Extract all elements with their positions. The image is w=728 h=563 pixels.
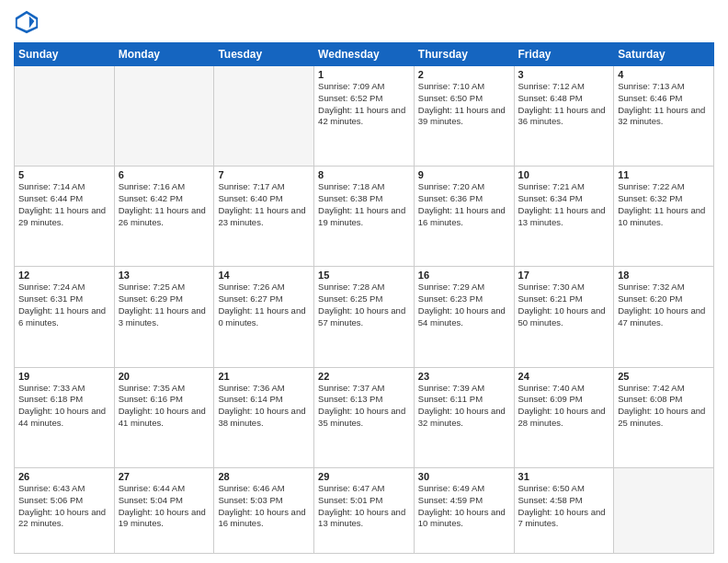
- day-info: Sunrise: 7:37 AMSunset: 6:13 PMDaylight:…: [318, 383, 410, 430]
- day-info: Sunrise: 7:40 AMSunset: 6:09 PMDaylight:…: [518, 383, 610, 430]
- day-number: 27: [119, 471, 210, 482]
- sunset-text: Sunset: 6:31 PM: [18, 293, 110, 305]
- day-cell: 21Sunrise: 7:36 AMSunset: 6:14 PMDayligh…: [214, 367, 314, 467]
- sunrise-text: Sunrise: 7:39 AM: [418, 383, 510, 395]
- daylight-text: Daylight: 11 hours and 32 minutes.: [618, 105, 710, 129]
- sunrise-text: Sunrise: 7:20 AM: [418, 181, 510, 193]
- day-cell: 20Sunrise: 7:35 AMSunset: 6:16 PMDayligh…: [114, 367, 214, 467]
- sunset-text: Sunset: 5:01 PM: [318, 495, 410, 507]
- sunset-text: Sunset: 6:36 PM: [418, 193, 510, 205]
- day-cell: 5Sunrise: 7:14 AMSunset: 6:44 PMDaylight…: [15, 167, 115, 267]
- daylight-text: Daylight: 10 hours and 10 minutes.: [418, 507, 510, 531]
- sunrise-text: Sunrise: 7:13 AM: [618, 81, 710, 93]
- day-cell: 17Sunrise: 7:30 AMSunset: 6:21 PMDayligh…: [514, 267, 614, 367]
- day-cell: 13Sunrise: 7:25 AMSunset: 6:29 PMDayligh…: [114, 267, 214, 367]
- day-info: Sunrise: 7:16 AMSunset: 6:42 PMDaylight:…: [119, 181, 210, 228]
- day-cell: 16Sunrise: 7:29 AMSunset: 6:23 PMDayligh…: [414, 267, 514, 367]
- day-number: 30: [418, 471, 510, 482]
- day-info: Sunrise: 7:17 AMSunset: 6:40 PMDaylight:…: [218, 181, 310, 228]
- day-cell: 28Sunrise: 6:46 AMSunset: 5:03 PMDayligh…: [214, 467, 314, 553]
- daylight-text: Daylight: 11 hours and 29 minutes.: [18, 205, 110, 229]
- day-cell: 30Sunrise: 6:49 AMSunset: 4:59 PMDayligh…: [414, 467, 514, 553]
- day-cell: 2Sunrise: 7:10 AMSunset: 6:50 PMDaylight…: [414, 66, 514, 167]
- daylight-text: Daylight: 10 hours and 41 minutes.: [119, 406, 210, 430]
- sunrise-text: Sunrise: 7:40 AM: [518, 383, 610, 395]
- week-row-3: 12Sunrise: 7:24 AMSunset: 6:31 PMDayligh…: [15, 267, 714, 367]
- day-info: Sunrise: 7:18 AMSunset: 6:38 PMDaylight:…: [318, 181, 410, 228]
- day-cell: 6Sunrise: 7:16 AMSunset: 6:42 PMDaylight…: [114, 167, 214, 267]
- daylight-text: Daylight: 10 hours and 22 minutes.: [18, 507, 110, 531]
- logo: [14, 9, 43, 35]
- sunrise-text: Sunrise: 7:21 AM: [518, 181, 610, 193]
- day-number: 25: [618, 371, 710, 382]
- sunrise-text: Sunrise: 7:35 AM: [119, 383, 210, 395]
- daylight-text: Daylight: 11 hours and 13 minutes.: [518, 205, 610, 229]
- daylight-text: Daylight: 11 hours and 10 minutes.: [618, 205, 710, 229]
- day-info: Sunrise: 7:10 AMSunset: 6:50 PMDaylight:…: [418, 81, 510, 128]
- sunrise-text: Sunrise: 7:28 AM: [318, 282, 410, 293]
- daylight-text: Daylight: 10 hours and 13 minutes.: [318, 507, 410, 531]
- logo-icon: [14, 9, 40, 35]
- day-cell: 14Sunrise: 7:26 AMSunset: 6:27 PMDayligh…: [214, 267, 314, 367]
- daylight-text: Daylight: 10 hours and 54 minutes.: [418, 305, 510, 329]
- week-row-4: 19Sunrise: 7:33 AMSunset: 6:18 PMDayligh…: [15, 367, 714, 467]
- daylight-text: Daylight: 11 hours and 6 minutes.: [18, 305, 110, 329]
- day-number: 14: [218, 270, 310, 281]
- day-cell: 23Sunrise: 7:39 AMSunset: 6:11 PMDayligh…: [414, 367, 514, 467]
- sunrise-text: Sunrise: 6:43 AM: [18, 483, 110, 495]
- day-cell: 25Sunrise: 7:42 AMSunset: 6:08 PMDayligh…: [614, 367, 714, 467]
- sunrise-text: Sunrise: 7:16 AM: [119, 181, 210, 193]
- day-number: 12: [18, 270, 110, 281]
- day-info: Sunrise: 6:46 AMSunset: 5:03 PMDaylight:…: [218, 483, 310, 530]
- sunset-text: Sunset: 6:08 PM: [618, 394, 710, 406]
- sunset-text: Sunset: 6:23 PM: [418, 293, 510, 305]
- day-number: 4: [618, 69, 710, 80]
- sunrise-text: Sunrise: 7:14 AM: [18, 181, 110, 193]
- week-row-2: 5Sunrise: 7:14 AMSunset: 6:44 PMDaylight…: [15, 167, 714, 267]
- day-number: 8: [318, 169, 410, 180]
- sunset-text: Sunset: 6:34 PM: [518, 193, 610, 205]
- sunset-text: Sunset: 6:11 PM: [418, 394, 510, 406]
- day-cell: 4Sunrise: 7:13 AMSunset: 6:46 PMDaylight…: [614, 66, 714, 167]
- day-cell: 7Sunrise: 7:17 AMSunset: 6:40 PMDaylight…: [214, 167, 314, 267]
- sunset-text: Sunset: 6:21 PM: [518, 293, 610, 305]
- sunrise-text: Sunrise: 7:32 AM: [618, 282, 710, 293]
- daylight-text: Daylight: 10 hours and 7 minutes.: [518, 507, 610, 531]
- day-cell: 1Sunrise: 7:09 AMSunset: 6:52 PMDaylight…: [314, 66, 415, 167]
- day-info: Sunrise: 7:22 AMSunset: 6:32 PMDaylight:…: [618, 181, 710, 228]
- daylight-text: Daylight: 10 hours and 57 minutes.: [318, 305, 410, 329]
- sunset-text: Sunset: 6:38 PM: [318, 193, 410, 205]
- sunset-text: Sunset: 6:32 PM: [618, 193, 710, 205]
- day-cell: 19Sunrise: 7:33 AMSunset: 6:18 PMDayligh…: [15, 367, 115, 467]
- sunrise-text: Sunrise: 7:37 AM: [318, 383, 410, 395]
- sunrise-text: Sunrise: 7:26 AM: [218, 282, 310, 293]
- day-cell: 9Sunrise: 7:20 AMSunset: 6:36 PMDaylight…: [414, 167, 514, 267]
- day-header-sunday: Sunday: [15, 43, 115, 66]
- day-cell: [15, 66, 115, 167]
- day-number: 5: [18, 169, 110, 180]
- day-header-saturday: Saturday: [614, 43, 714, 66]
- day-number: 3: [518, 69, 610, 80]
- week-row-1: 1Sunrise: 7:09 AMSunset: 6:52 PMDaylight…: [15, 66, 714, 167]
- daylight-text: Daylight: 10 hours and 19 minutes.: [119, 507, 210, 531]
- daylight-text: Daylight: 10 hours and 47 minutes.: [618, 305, 710, 329]
- day-number: 28: [218, 471, 310, 482]
- day-header-row: SundayMondayTuesdayWednesdayThursdayFrid…: [15, 43, 714, 66]
- daylight-text: Daylight: 10 hours and 32 minutes.: [418, 406, 510, 430]
- sunrise-text: Sunrise: 7:25 AM: [119, 282, 210, 293]
- sunset-text: Sunset: 6:42 PM: [119, 193, 210, 205]
- day-info: Sunrise: 7:21 AMSunset: 6:34 PMDaylight:…: [518, 181, 610, 228]
- day-info: Sunrise: 6:47 AMSunset: 5:01 PMDaylight:…: [318, 483, 410, 530]
- page: SundayMondayTuesdayWednesdayThursdayFrid…: [0, 0, 728, 563]
- daylight-text: Daylight: 10 hours and 25 minutes.: [618, 406, 710, 430]
- day-info: Sunrise: 7:30 AMSunset: 6:21 PMDaylight:…: [518, 282, 610, 328]
- daylight-text: Daylight: 11 hours and 26 minutes.: [119, 205, 210, 229]
- daylight-text: Daylight: 10 hours and 38 minutes.: [218, 406, 310, 430]
- day-number: 26: [18, 471, 110, 482]
- day-cell: 26Sunrise: 6:43 AMSunset: 5:06 PMDayligh…: [15, 467, 115, 553]
- day-number: 1: [318, 69, 410, 80]
- day-number: 13: [119, 270, 210, 281]
- day-cell: [614, 467, 714, 553]
- sunset-text: Sunset: 6:44 PM: [18, 193, 110, 205]
- sunset-text: Sunset: 5:04 PM: [119, 495, 210, 507]
